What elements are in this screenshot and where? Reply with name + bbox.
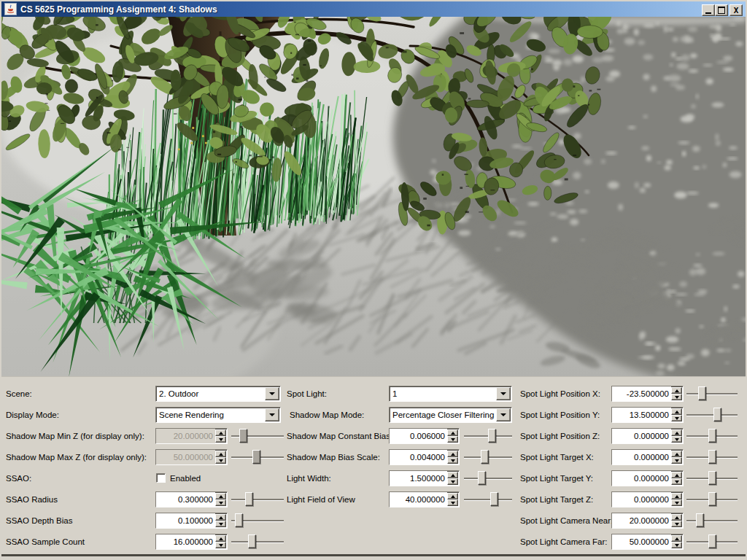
spot-light-position-z-spinner[interactable]: 0.000000 (611, 428, 684, 444)
spinner-down-icon[interactable] (671, 542, 682, 548)
light-field-of-view-slider[interactable] (463, 491, 513, 508)
spinner-down-icon[interactable] (447, 499, 458, 506)
slider-thumb[interactable] (248, 534, 256, 548)
close-button[interactable]: X (729, 4, 743, 16)
light-width-spinner[interactable]: 1.500000 (389, 470, 460, 486)
spinner-down-icon[interactable] (215, 457, 226, 464)
slider-thumb[interactable] (696, 513, 704, 527)
spinner-up-icon[interactable] (671, 408, 682, 415)
spinner-up-icon[interactable] (447, 472, 458, 478)
spot-light-target-z-spinner[interactable]: 0.000000 (611, 491, 684, 508)
light-field-of-view-value[interactable]: 40.000000 (390, 492, 447, 507)
spinner-down-icon[interactable] (671, 415, 682, 421)
spot-light-target-z-value[interactable]: 0.000000 (612, 492, 671, 507)
slider-thumb[interactable] (488, 429, 496, 443)
spot-light-camera-far-value[interactable]: 50.000000 (612, 534, 671, 549)
spot-light-position-x-slider[interactable] (686, 386, 738, 402)
shadow-map-constant-bias-value[interactable]: 0.006000 (390, 429, 447, 443)
ssao-radius-value[interactable]: 0.300000 (156, 492, 215, 507)
spot-light-target-y-slider[interactable] (686, 470, 738, 486)
spinner-down-icon[interactable] (671, 394, 682, 400)
spinner-up-icon[interactable] (671, 535, 682, 542)
slider-thumb[interactable] (239, 429, 247, 443)
shadow-map-max-z-value[interactable]: 50.000000 (156, 450, 215, 464)
ssao-radius-spinner[interactable]: 0.300000 (155, 491, 228, 508)
minimize-button[interactable] (702, 4, 715, 16)
spinner-down-icon[interactable] (671, 436, 682, 443)
slider-thumb[interactable] (245, 492, 253, 506)
slider-thumb[interactable] (708, 450, 716, 464)
spinner-up-icon[interactable] (447, 451, 458, 457)
spinner-up-icon[interactable] (447, 429, 458, 436)
spinner-down-icon[interactable] (671, 499, 682, 506)
spinner-down-icon[interactable] (215, 542, 226, 548)
shadow-map-bias-scale-value[interactable]: 0.004000 (390, 450, 447, 464)
shadow-map-bias-scale-slider[interactable] (463, 449, 513, 465)
ssao-radius-slider[interactable] (231, 491, 285, 508)
maximize-button[interactable] (715, 4, 728, 16)
spot-light-target-x-slider[interactable] (686, 449, 738, 465)
chevron-down-icon[interactable] (496, 408, 511, 421)
slider-thumb[interactable] (713, 408, 721, 421)
scene-viewport[interactable] (1, 17, 746, 376)
shadow-map-max-z-spinner[interactable]: 50.000000 (155, 449, 228, 465)
ssao-enabled-checkbox[interactable] (156, 473, 166, 483)
spinner-up-icon[interactable] (215, 429, 226, 436)
slider-thumb[interactable] (708, 471, 716, 485)
slider-thumb[interactable] (235, 513, 243, 527)
shadow-map-constant-bias-slider[interactable] (463, 428, 513, 444)
spot-light-position-x-value[interactable]: -23.500000 (612, 386, 671, 401)
scene-dropdown[interactable]: 2. Outdoor (155, 386, 281, 402)
spot-light-position-z-slider[interactable] (686, 428, 738, 444)
spinner-down-icon[interactable] (215, 436, 226, 443)
ssao-enabled-checkbox-label[interactable]: Enabled (170, 470, 201, 486)
spot-light-camera-near-value[interactable]: 20.000000 (612, 513, 671, 528)
display-mode-dropdown[interactable]: Scene Rendering (155, 407, 281, 423)
spot-light-camera-far-slider[interactable] (686, 534, 738, 550)
spinner-up-icon[interactable] (671, 387, 682, 394)
spot-light-dropdown[interactable]: 1 (389, 386, 512, 402)
spinner-down-icon[interactable] (215, 521, 226, 527)
spinner-up-icon[interactable] (671, 493, 682, 499)
spot-light-position-z-value[interactable]: 0.000000 (612, 429, 671, 443)
ssao-sample-count-value[interactable]: 16.000000 (156, 534, 215, 549)
spot-light-position-x-spinner[interactable]: -23.500000 (611, 386, 684, 402)
light-width-slider[interactable] (463, 470, 513, 486)
spinner-down-icon[interactable] (447, 478, 458, 485)
spot-light-camera-near-spinner[interactable]: 20.000000 (611, 513, 684, 529)
title-bar[interactable]: CS 5625 Programming Assignment 4: Shadow… (1, 1, 746, 17)
chevron-down-icon[interactable] (496, 387, 511, 400)
spot-light-target-y-spinner[interactable]: 0.000000 (611, 470, 684, 486)
spot-light-target-x-value[interactable]: 0.000000 (612, 450, 671, 464)
light-field-of-view-spinner[interactable]: 40.000000 (389, 491, 460, 508)
spinner-down-icon[interactable] (447, 457, 458, 464)
shadow-map-constant-bias-spinner[interactable]: 0.006000 (389, 428, 460, 444)
spinner-down-icon[interactable] (215, 499, 226, 506)
chevron-down-icon[interactable] (265, 408, 279, 421)
spinner-up-icon[interactable] (447, 493, 458, 499)
slider-thumb[interactable] (708, 492, 716, 506)
spot-light-position-y-spinner[interactable]: 13.500000 (611, 407, 684, 423)
spot-light-target-y-value[interactable]: 0.000000 (612, 471, 671, 486)
spot-light-target-x-spinner[interactable]: 0.000000 (611, 449, 684, 465)
ssao-sample-count-spinner[interactable]: 16.000000 (155, 534, 228, 550)
spinner-down-icon[interactable] (447, 436, 458, 443)
shadow-map-min-z-slider[interactable] (231, 428, 285, 444)
spinner-up-icon[interactable] (215, 514, 226, 521)
spot-light-position-y-value[interactable]: 13.500000 (612, 408, 671, 422)
slider-thumb[interactable] (490, 492, 498, 506)
spinner-down-icon[interactable] (671, 478, 682, 485)
shadow-map-mode-dropdown[interactable]: Percentage Closer Filtering (... (389, 407, 512, 423)
spinner-down-icon[interactable] (671, 521, 682, 527)
spot-light-position-y-slider[interactable] (686, 407, 738, 423)
ssao-sample-count-slider[interactable] (231, 534, 285, 550)
shadow-map-max-z-slider[interactable] (231, 449, 285, 465)
chevron-down-icon[interactable] (265, 387, 279, 400)
ssao-depth-bias-spinner[interactable]: 0.100000 (155, 513, 228, 529)
spinner-up-icon[interactable] (671, 472, 682, 478)
shadow-map-min-z-value[interactable]: 20.000000 (156, 429, 215, 443)
light-width-value[interactable]: 1.500000 (390, 471, 447, 486)
spinner-up-icon[interactable] (215, 535, 226, 542)
spinner-down-icon[interactable] (671, 457, 682, 464)
spot-light-camera-near-slider[interactable] (686, 513, 738, 529)
